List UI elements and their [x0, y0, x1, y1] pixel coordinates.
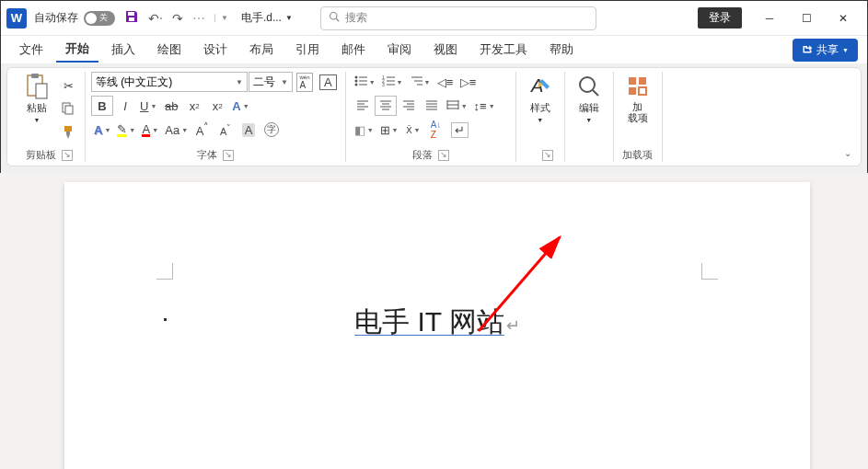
svg-rect-7 [64, 126, 72, 132]
tab-design[interactable]: 设计 [194, 38, 237, 62]
search-placeholder: 搜索 [345, 10, 367, 26]
ribbon-collapse-icon[interactable]: ⌄ [844, 148, 851, 158]
font-size-value: 二号 [253, 74, 275, 90]
addins-icon [625, 74, 651, 99]
font-size-combo[interactable]: 二号▼ [249, 72, 293, 92]
maximize-button[interactable]: ☐ [788, 1, 825, 36]
clear-format-button[interactable]: A [237, 120, 260, 140]
bullets-icon [354, 75, 367, 89]
text-effects-button[interactable]: A▼ [229, 96, 251, 116]
paste-button[interactable]: 粘贴 ▼ [18, 72, 55, 125]
tab-review[interactable]: 审阅 [378, 38, 421, 62]
italic-button[interactable]: I [114, 96, 136, 116]
align-center-button[interactable] [375, 96, 397, 116]
font-name-combo[interactable]: 等线 (中文正文)▼ [91, 72, 248, 92]
decrease-indent-button[interactable]: ◁≡ [434, 72, 456, 92]
font-name-value: 等线 (中文正文) [96, 74, 172, 90]
svg-rect-47 [629, 77, 636, 85]
tab-help[interactable]: 帮助 [540, 38, 583, 62]
redo-icon[interactable]: ↷ [172, 11, 183, 26]
align-right-icon [402, 99, 415, 113]
chevron-down-icon: ▼ [369, 79, 376, 86]
font-group-label: 字体 [197, 148, 217, 162]
char-border-button[interactable]: A [317, 72, 340, 92]
addins-button[interactable]: 加 载项 [619, 72, 656, 125]
paste-icon [24, 74, 50, 99]
styles-button[interactable]: A 样式 ▼ [522, 72, 559, 125]
grow-font-button[interactable]: A˄ [191, 120, 214, 140]
qat-dropdown-icon[interactable]: ▼ [214, 14, 228, 22]
tab-references[interactable]: 引用 [286, 38, 329, 62]
superscript-button[interactable]: x2 [206, 96, 228, 116]
shrink-font-button[interactable]: A˅ [214, 120, 237, 140]
svg-point-10 [354, 79, 357, 82]
tab-layout[interactable]: 布局 [240, 38, 283, 62]
strikethrough-button[interactable]: ab [160, 96, 182, 116]
tab-insert[interactable]: 插入 [102, 38, 145, 62]
login-button[interactable]: 登录 [698, 7, 742, 29]
phonetic-guide-button[interactable]: wénA [294, 72, 316, 92]
clipboard-group-label: 剪贴板 [26, 148, 56, 162]
borders-button[interactable]: ⊞▼ [377, 120, 401, 140]
qat-more-icon[interactable]: ⋯ [192, 11, 205, 26]
align-left-button[interactable] [352, 96, 374, 116]
dialog-launcher-icon[interactable]: ↘ [223, 150, 234, 161]
font-color-button[interactable]: A▼ [139, 120, 161, 140]
filename-text: 电手.d... [241, 10, 282, 26]
close-button[interactable]: ✕ [825, 1, 862, 36]
tab-draw[interactable]: 绘图 [148, 38, 191, 62]
tab-view[interactable]: 视图 [424, 38, 467, 62]
share-button[interactable]: 共享 ▼ [793, 39, 858, 62]
align-right-button[interactable] [398, 96, 420, 116]
bold-button[interactable]: B [91, 96, 113, 116]
search-box[interactable]: 搜索 [320, 6, 596, 30]
format-painter-button[interactable] [57, 123, 79, 143]
tab-home[interactable]: 开始 [56, 37, 98, 63]
autosave-toggle[interactable]: 自动保存 关 [34, 10, 115, 26]
document-page[interactable]: 电手 IT 网站↵ [64, 182, 810, 469]
highlight-button[interactable]: ✎▼ [114, 120, 138, 140]
undo-icon[interactable]: ↶˅ [148, 11, 163, 26]
dialog-launcher-icon[interactable]: ↘ [62, 150, 73, 161]
multilevel-button[interactable]: ▼ [407, 72, 434, 92]
enclose-char-button[interactable]: 字 [260, 120, 283, 140]
justify-button[interactable] [421, 96, 443, 116]
tab-developer[interactable]: 开发工具 [470, 38, 537, 62]
indent-icon: ▷≡ [460, 75, 477, 89]
dialog-launcher-icon[interactable]: ↘ [438, 150, 449, 161]
toggle-icon: 关 [84, 11, 115, 26]
chevron-down-icon: ▼ [585, 117, 592, 123]
tab-mail[interactable]: 邮件 [332, 38, 375, 62]
underline-button[interactable]: U▼ [137, 96, 159, 116]
distribute-button[interactable]: ▼ [444, 96, 470, 116]
group-font: 等线 (中文正文)▼ 二号▼ wénA A B I U▼ ab x2 x2 A▼… [86, 72, 346, 162]
word-app-icon: W [6, 8, 27, 29]
svg-line-1 [336, 18, 339, 21]
styles-icon: A [527, 74, 553, 99]
magnifier-icon [576, 74, 602, 99]
document-heading[interactable]: 电手 IT 网站↵ [64, 303, 810, 341]
sort-button[interactable]: A↓Z [425, 120, 447, 140]
filename-display[interactable]: 电手.d... ▼ [241, 10, 293, 26]
bullets-button[interactable]: ▼ [352, 72, 378, 92]
save-icon[interactable] [124, 9, 139, 27]
group-clipboard: 粘贴 ▼ ✂ 剪贴板↘ [13, 72, 86, 162]
text-style-button[interactable]: A▼ [91, 120, 113, 140]
cut-button[interactable]: ✂ [57, 75, 79, 96]
numbering-button[interactable]: 123▼ [379, 72, 406, 92]
tab-file[interactable]: 文件 [10, 38, 52, 62]
asian-layout-button[interactable]: X̂▼ [402, 120, 424, 140]
editing-button[interactable]: 编辑 ▼ [571, 72, 608, 125]
paste-label: 粘贴 [27, 101, 47, 115]
line-spacing-button[interactable]: ↕≡▼ [471, 96, 498, 116]
show-marks-button[interactable]: ↵ [448, 120, 471, 140]
addins-btn-label: 加 载项 [628, 101, 648, 123]
copy-button[interactable] [57, 99, 79, 120]
change-case-button[interactable]: Aa▼ [162, 120, 191, 140]
shading-button[interactable]: ◧▼ [352, 120, 376, 140]
title-bar: W 自动保存 关 ↶˅ ↷ ⋯ ▼ 电手.d... ▼ 搜索 登录 ─ ☐ ✕ [1, 1, 867, 36]
subscript-button[interactable]: x2 [183, 96, 205, 116]
dialog-launcher-icon[interactable]: ↘ [542, 150, 553, 161]
minimize-button[interactable]: ─ [751, 1, 788, 36]
increase-indent-button[interactable]: ▷≡ [457, 72, 479, 92]
